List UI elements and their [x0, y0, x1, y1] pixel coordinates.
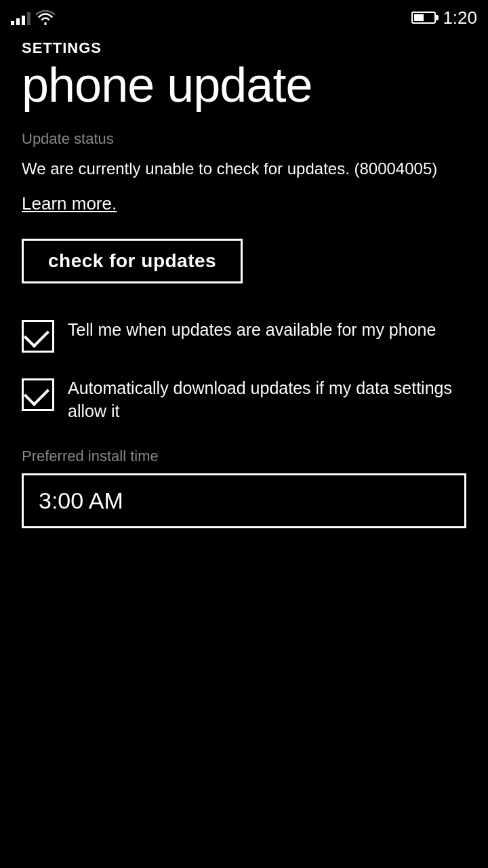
signal-bars-icon	[11, 10, 30, 25]
wifi-icon	[36, 10, 55, 25]
checkbox-notify-label: Tell me when updates are available for m…	[68, 319, 466, 342]
checkbox-row-1: Tell me when updates are available for m…	[22, 319, 466, 353]
install-time-picker[interactable]: 3:00 AM	[22, 473, 466, 528]
status-right: 1:20	[411, 7, 477, 28]
battery-icon	[411, 12, 436, 24]
learn-more-link[interactable]: Learn more.	[22, 193, 117, 214]
status-left	[11, 10, 55, 25]
checkbox-notify-input[interactable]	[22, 320, 54, 353]
update-status-message: We are currently unable to check for upd…	[22, 157, 466, 180]
checkbox-auto-download-input[interactable]	[22, 378, 54, 411]
preferred-install-time-label: Preferred install time	[22, 448, 466, 465]
settings-label: SETTINGS	[22, 39, 466, 57]
check-for-updates-button[interactable]: check for updates	[22, 239, 243, 283]
checkbox-row-2: Automatically download updates if my dat…	[22, 377, 466, 423]
update-status-section-label: Update status	[22, 130, 466, 148]
page-title: phone update	[22, 60, 466, 111]
status-bar: 1:20	[0, 0, 488, 33]
main-content: SETTINGS phone update Update status We a…	[0, 33, 488, 550]
checkbox-auto-download-label: Automatically download updates if my dat…	[68, 377, 466, 423]
status-time: 1:20	[443, 7, 477, 28]
